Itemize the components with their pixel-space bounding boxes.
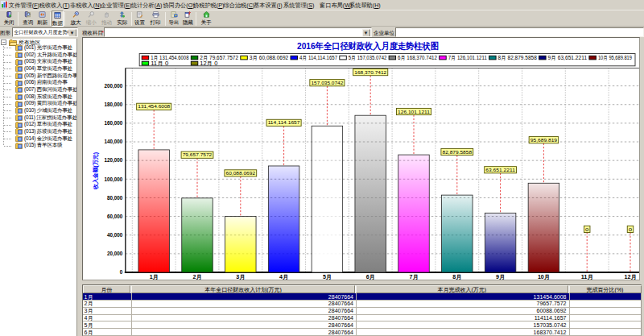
svg-text:8月: 8月 xyxy=(452,274,461,280)
svg-text:7月 126,101.1211: 7月 126,101.1211 xyxy=(448,55,488,61)
svg-text:120,000: 120,000 xyxy=(105,157,123,164)
svg-text:11月 0: 11月 0 xyxy=(151,60,169,67)
svg-text:126,101.1211: 126,101.1211 xyxy=(398,110,431,114)
svg-text:6月: 6月 xyxy=(366,274,375,280)
svg-text:180,000: 180,000 xyxy=(105,102,123,108)
svg-text:131,454.6008: 131,454.6008 xyxy=(138,104,171,109)
svg-text:82,879.5858: 82,879.5858 xyxy=(443,150,473,155)
svg-text:0: 0 xyxy=(120,269,123,275)
svg-text:3月 60,088.0692: 3月 60,088.0692 xyxy=(250,55,289,61)
svg-text:168,370.7412: 168,370.7412 xyxy=(354,70,387,75)
svg-text:6月 168,370.7412: 6月 168,370.7412 xyxy=(398,55,437,61)
svg-text:1月: 1月 xyxy=(150,274,159,280)
svg-text:8月 82,879.5858: 8月 82,879.5858 xyxy=(498,55,538,61)
svg-text:140,000: 140,000 xyxy=(105,139,123,145)
svg-text:4月 114,114.1657: 4月 114,114.1657 xyxy=(299,55,337,61)
svg-text:9月: 9月 xyxy=(496,274,505,280)
svg-text:3月: 3月 xyxy=(236,274,245,280)
svg-text:114,114.1657: 114,114.1657 xyxy=(268,120,301,125)
svg-text:200,000: 200,000 xyxy=(105,83,123,89)
svg-text:20,000: 20,000 xyxy=(107,251,123,257)
svg-text:10月 95,689.819: 10月 95,689.819 xyxy=(598,55,632,61)
svg-text:157,035.0742: 157,035.0742 xyxy=(311,81,344,85)
svg-text:60,000: 60,000 xyxy=(107,214,123,220)
svg-text:12月 0: 12月 0 xyxy=(200,60,218,67)
svg-text:10月: 10月 xyxy=(538,274,550,280)
svg-text:11月: 11月 xyxy=(581,274,593,280)
svg-text:12月: 12月 xyxy=(625,274,637,280)
svg-text:7月: 7月 xyxy=(410,274,419,280)
svg-text:4月: 4月 xyxy=(279,274,288,280)
svg-text:5月: 5月 xyxy=(323,274,332,280)
svg-text:40,000: 40,000 xyxy=(107,232,123,239)
svg-text:160,000: 160,000 xyxy=(105,120,123,127)
svg-text:95,689.819: 95,689.819 xyxy=(530,138,558,143)
svg-text:收入金额(万元): 收入金额(万元) xyxy=(92,152,99,189)
svg-text:63,651.2211: 63,651.2211 xyxy=(485,168,515,172)
svg-text:80,000: 80,000 xyxy=(107,195,123,201)
svg-text:100,000: 100,000 xyxy=(105,176,123,183)
svg-text:79,657.7572: 79,657.7572 xyxy=(183,152,213,157)
svg-text:2016年全口径财政收入月度走势柱状图: 2016年全口径财政收入月度走势柱状图 xyxy=(297,41,439,52)
svg-text:2月: 2月 xyxy=(193,274,202,280)
svg-text:5月 157,035.0742: 5月 157,035.0742 xyxy=(349,55,387,61)
svg-text:60,088.0692: 60,088.0692 xyxy=(226,171,256,176)
svg-text:9月 63,651.2211: 9月 63,651.2211 xyxy=(548,55,588,61)
